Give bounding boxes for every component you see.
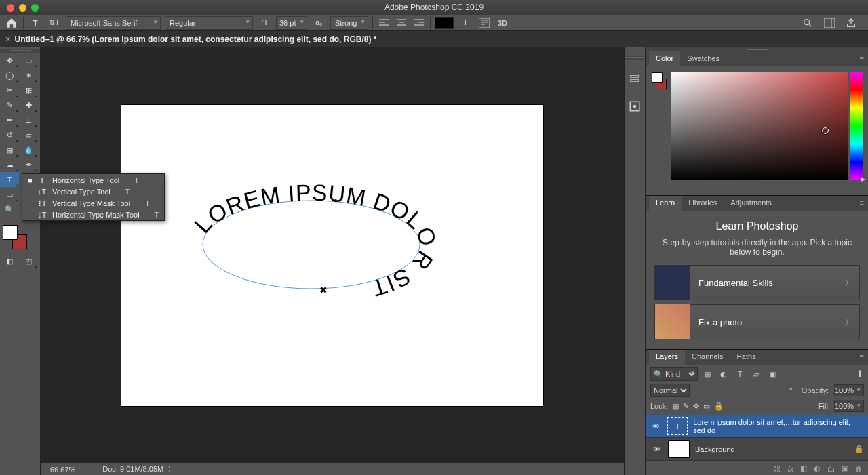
layer-item-text[interactable]: 👁 T Lorem ipsum dolor sit amet,…tur adip…: [646, 415, 868, 438]
new-layer-icon[interactable]: ▣: [842, 464, 848, 473]
text-on-path[interactable]: LOREM IPSUM DOLOR SIT ✖: [182, 170, 386, 258]
text-orientation-icon[interactable]: ⇅T: [47, 16, 62, 30]
workspace-icon[interactable]: [822, 16, 837, 30]
anti-alias-icon: aₐ: [311, 16, 326, 30]
flyout-vertical-type[interactable]: ↓TVertical Type ToolT: [22, 186, 164, 197]
panel-menu-icon[interactable]: ≡: [856, 51, 868, 66]
healing-tool[interactable]: ✚: [19, 98, 38, 112]
tab-adjustments[interactable]: Adjustments: [724, 196, 778, 211]
tab-paths[interactable]: Paths: [730, 350, 763, 365]
lock-position-icon[interactable]: ✥: [693, 402, 699, 411]
3d-text-icon[interactable]: 3D: [496, 17, 509, 29]
learn-card-fundamental[interactable]: Fundamental Skills 〉: [654, 265, 860, 300]
color-field[interactable]: [671, 72, 848, 180]
crop-tool[interactable]: ✂: [0, 83, 19, 98]
align-right-button[interactable]: [412, 17, 426, 29]
lock-artboard-icon[interactable]: ▭: [703, 402, 710, 411]
blend-mode-select[interactable]: Normal: [650, 384, 690, 397]
align-left-button[interactable]: [377, 17, 391, 29]
mask-icon[interactable]: ◧: [800, 464, 807, 473]
frame-tool[interactable]: ⊞: [19, 83, 38, 98]
history-brush-tool[interactable]: ↺: [0, 127, 19, 142]
type-tool[interactable]: T: [0, 172, 19, 187]
eyedropper-tool[interactable]: ✎: [0, 98, 19, 112]
link-layers-icon[interactable]: ⛓: [773, 465, 781, 473]
screenmode-tool[interactable]: ◰: [19, 253, 38, 268]
tab-learn[interactable]: Learn: [649, 196, 682, 211]
learn-card-fix-photo[interactable]: Fix a photo 〉: [654, 304, 860, 339]
anti-alias-select[interactable]: Strong: [330, 16, 368, 30]
gradient-tool[interactable]: ▦: [0, 142, 19, 157]
flyout-horizontal-type[interactable]: ■THorizontal Type ToolT: [22, 174, 164, 186]
filter-smart-icon[interactable]: ▣: [767, 369, 778, 379]
history-panel-icon[interactable]: [629, 73, 641, 87]
delete-layer-icon[interactable]: 🗑: [855, 465, 863, 473]
zoom-tool[interactable]: 🔍: [0, 202, 19, 217]
lasso-tool[interactable]: ◯: [0, 68, 19, 83]
tool-preset-icon[interactable]: T: [28, 16, 43, 30]
filter-adjustment-icon[interactable]: ◐: [718, 369, 729, 379]
brush-tool[interactable]: ✒: [0, 112, 19, 127]
group-icon[interactable]: 🗀: [827, 465, 835, 473]
font-size-input[interactable]: [276, 16, 307, 30]
filter-toggle[interactable]: ⏽: [856, 370, 864, 378]
layer-filter-kind[interactable]: 🔍 Kind: [650, 367, 698, 381]
lock-pixels-icon[interactable]: ✎: [683, 402, 689, 411]
eraser-tool[interactable]: ▱: [19, 127, 38, 142]
tab-layers[interactable]: Layers: [649, 350, 685, 365]
quick-select-tool[interactable]: ✶: [19, 68, 38, 83]
search-icon[interactable]: [800, 16, 815, 30]
fill-input[interactable]: [834, 400, 864, 412]
properties-panel-icon[interactable]: [629, 100, 641, 114]
tab-channels[interactable]: Channels: [685, 350, 730, 365]
quickmask-tool[interactable]: ◧: [0, 253, 19, 268]
font-style-select[interactable]: Regular: [165, 16, 253, 30]
pen-tool[interactable]: ✒: [19, 157, 38, 172]
flyout-horizontal-type-mask[interactable]: ⫶THorizontal Type Mask ToolT: [22, 209, 164, 220]
blur-tool[interactable]: 💧: [19, 142, 38, 157]
filter-type-icon[interactable]: T: [734, 369, 745, 379]
paragraph-panel-icon[interactable]: [477, 16, 492, 30]
hue-slider[interactable]: ▶: [850, 72, 863, 180]
panel-menu-icon[interactable]: ≡: [856, 196, 868, 211]
foreground-color[interactable]: [3, 225, 18, 240]
fill-label: Fill:: [818, 402, 830, 410]
share-icon[interactable]: [844, 16, 859, 30]
close-window-button[interactable]: [7, 4, 14, 12]
opacity-input[interactable]: [834, 384, 864, 396]
dodge-tool[interactable]: ☁: [0, 157, 19, 172]
panel-menu-icon[interactable]: ≡: [856, 350, 868, 365]
filter-pixel-icon[interactable]: ▦: [702, 369, 713, 379]
home-icon[interactable]: [4, 16, 19, 30]
filter-shape-icon[interactable]: ▱: [751, 369, 762, 379]
close-document-button[interactable]: ×: [5, 34, 11, 44]
text-color-swatch[interactable]: [435, 17, 454, 29]
minimize-window-button[interactable]: [19, 4, 26, 12]
tab-swatches[interactable]: Swatches: [680, 51, 726, 66]
tab-libraries[interactable]: Libraries: [682, 196, 724, 211]
artboard-tool[interactable]: ▭: [19, 53, 38, 68]
move-tool[interactable]: ✥: [0, 53, 19, 68]
doc-info[interactable]: Doc: 9.01M/8.05M 〉: [102, 464, 175, 474]
visibility-toggle[interactable]: 👁: [650, 422, 662, 430]
layer-item-background[interactable]: 👁 Background 🔒: [646, 438, 868, 461]
maximize-window-button[interactable]: [31, 4, 39, 12]
align-center-button[interactable]: [395, 17, 408, 29]
layer-name[interactable]: Lorem ipsum dolor sit amet,…tur adipisci…: [693, 418, 864, 434]
fx-icon[interactable]: fx: [787, 465, 793, 473]
adjustment-layer-icon[interactable]: ◐: [814, 464, 821, 473]
zoom-level[interactable]: 66.67%: [50, 466, 75, 474]
layer-name[interactable]: Background: [695, 445, 735, 453]
foreground-background-colors[interactable]: [0, 221, 40, 253]
artboard[interactable]: LOREM IPSUM DOLOR SIT ✖: [121, 105, 543, 406]
visibility-toggle[interactable]: 👁: [650, 445, 663, 453]
flyout-vertical-type-mask[interactable]: ⫶TVertical Type Mask ToolT: [22, 197, 164, 209]
warp-text-icon[interactable]: Ṯ: [458, 16, 473, 30]
lock-all-icon[interactable]: 🔒: [714, 402, 724, 411]
rectangle-tool[interactable]: ▭: [0, 187, 19, 202]
stamp-tool[interactable]: ⊥: [19, 112, 38, 127]
color-panel-fgbg[interactable]: [652, 72, 668, 190]
font-family-select[interactable]: Microsoft Sans Serif: [66, 16, 161, 30]
tab-color[interactable]: Color: [649, 51, 680, 66]
lock-transparent-icon[interactable]: ▦: [672, 402, 679, 411]
